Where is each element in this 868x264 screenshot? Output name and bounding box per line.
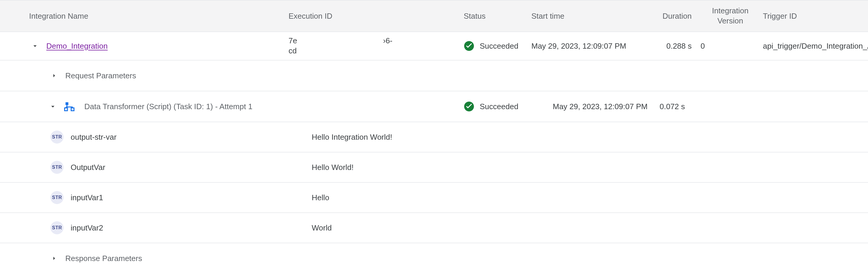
trigger-id: api_trigger/Demo_Integration_API_1 <box>763 41 868 51</box>
chevron-right-icon[interactable] <box>48 253 60 264</box>
table-header: Integration Name Execution ID Status Sta… <box>0 0 868 32</box>
chevron-down-icon[interactable] <box>47 101 59 112</box>
header-status: Status <box>464 11 531 21</box>
status-text: Succeeded <box>480 41 518 51</box>
variable-value: Hello <box>312 193 868 202</box>
request-parameters-section[interactable]: Request Parameters <box>0 61 868 91</box>
integration-name-link[interactable]: Demo_Integration <box>46 41 108 51</box>
svg-rect-2 <box>65 108 68 111</box>
header-start-time: Start time <box>531 11 653 21</box>
type-badge: STR <box>51 191 64 204</box>
request-parameters-label: Request Parameters <box>65 71 136 80</box>
task-duration: 0.072 s <box>660 102 704 111</box>
svg-rect-3 <box>71 108 74 111</box>
execution-id: 7e ›6- cd <box>288 36 464 56</box>
response-parameters-label: Response Parameters <box>65 254 142 263</box>
task-start-time: May 29, 2023, 12:09:07 PM <box>541 102 660 111</box>
chevron-right-icon[interactable] <box>48 70 60 81</box>
task-label: Data Transformer (Script) (Task ID: 1) -… <box>84 102 252 111</box>
response-parameters-section[interactable]: Response Parameters <box>0 243 868 264</box>
header-integration-name: Integration Name <box>0 11 288 21</box>
task-row[interactable]: Data Transformer (Script) (Task ID: 1) -… <box>0 91 868 122</box>
start-time: May 29, 2023, 12:09:07 PM <box>531 41 653 51</box>
variable-name: inputVar1 <box>71 193 103 202</box>
variable-row: STRinputVar1Hello <box>0 183 868 213</box>
success-icon <box>464 41 474 51</box>
variable-value: Hello Integration World! <box>312 133 868 142</box>
data-transformer-icon <box>64 101 75 112</box>
variable-row: STRoutput-str-varHello Integration World… <box>0 122 868 153</box>
type-badge: STR <box>51 161 64 174</box>
success-icon <box>464 101 474 112</box>
integration-version: 0 <box>698 41 763 51</box>
variable-value: Hello World! <box>312 163 868 172</box>
header-integration-version: Integration Version <box>698 6 763 26</box>
header-duration: Duration <box>653 11 698 21</box>
type-badge: STR <box>51 221 64 234</box>
integration-row[interactable]: Demo_Integration 7e ›6- cd Succeeded May… <box>0 32 868 61</box>
duration: 0.288 s <box>653 41 698 51</box>
variable-name: inputVar2 <box>71 223 103 233</box>
header-trigger-id: Trigger ID <box>763 11 868 21</box>
chevron-down-icon[interactable] <box>29 40 41 52</box>
variable-row: STROutputVarHello World! <box>0 153 868 183</box>
variable-row: STRinputVar2World <box>0 213 868 243</box>
type-badge: STR <box>51 131 64 143</box>
variable-name: OutputVar <box>71 163 105 172</box>
variable-name: output-str-var <box>71 133 117 142</box>
variable-value: World <box>312 223 868 233</box>
svg-rect-1 <box>66 102 69 105</box>
header-execution-id: Execution ID <box>288 11 464 21</box>
task-status-text: Succeeded <box>480 102 518 111</box>
